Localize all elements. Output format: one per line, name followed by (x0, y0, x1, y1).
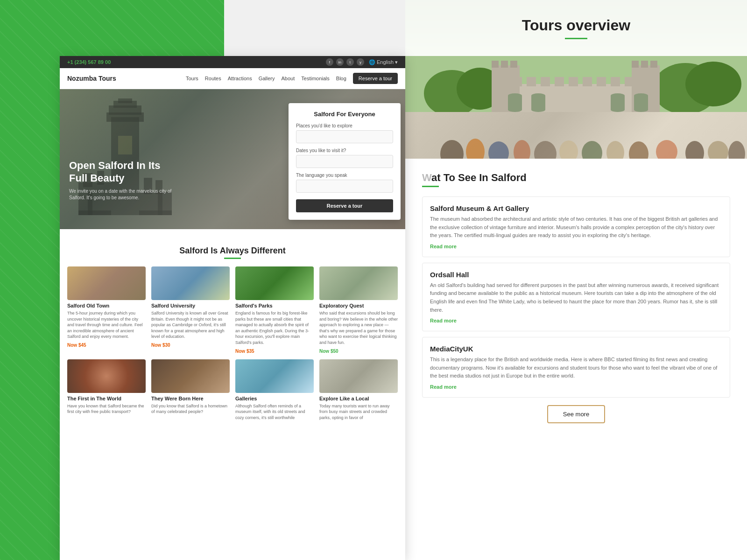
svg-rect-26 (569, 77, 578, 86)
crowd-image (405, 112, 747, 159)
svg-rect-38 (641, 61, 648, 68)
card-2-title: Salford University (151, 303, 230, 308)
twitter-icon[interactable]: t (346, 58, 354, 66)
what-underline (422, 186, 439, 187)
instagram-icon[interactable]: in (336, 58, 344, 66)
card-2-image (151, 266, 230, 300)
section1-title: Salford Is Always Different (60, 246, 405, 256)
see-more-button[interactable]: See more (547, 405, 605, 423)
attraction-3-read-more[interactable]: Read more (430, 384, 722, 390)
card-8-title: Explore Like a Local (319, 396, 398, 401)
card-1-image (67, 266, 146, 300)
website-panel: +1 (234) 567 89 00 f in t y 🌐 English ▾ … (60, 56, 405, 560)
attraction-2-title: Ordsall Hall (430, 271, 722, 279)
svg-rect-4 (118, 98, 132, 103)
attraction-1: Salford Museum & Art Gallery The museum … (422, 196, 730, 257)
svg-rect-33 (492, 61, 499, 68)
nav-about[interactable]: About (282, 76, 295, 81)
attraction-3: MediaCityUK This is a legendary place fo… (422, 337, 730, 398)
card-3-price: Now $35 (235, 349, 314, 354)
tours-underline (565, 38, 587, 39)
dates-input[interactable] (296, 155, 393, 168)
attraction-2-desc: An old Salford's building had served for… (430, 281, 722, 314)
attraction-1-desc: The museum had absorbed the architectura… (430, 215, 722, 240)
field1-label: Places you'd like to explore (296, 123, 393, 128)
svg-point-59 (728, 141, 745, 159)
nav-blog[interactable]: Blog (336, 76, 346, 81)
attraction-3-desc: This is a legendary place for the Britis… (430, 356, 722, 380)
youtube-icon[interactable]: y (357, 58, 364, 66)
places-input[interactable] (296, 130, 393, 143)
language-input[interactable] (296, 180, 393, 193)
facebook-icon[interactable]: f (326, 58, 333, 66)
form-title: Salford For Everyone (296, 111, 393, 118)
card-1-desc: The 5-hour journey during which you unco… (67, 310, 146, 340)
nav-testimonials[interactable]: Testimonials (301, 76, 330, 81)
card-1-title: Salford Old Town (67, 303, 146, 308)
svg-point-51 (534, 141, 557, 159)
section1-underline (224, 258, 241, 259)
nav-gallery[interactable]: Gallery (259, 76, 275, 81)
svg-rect-37 (632, 61, 639, 68)
svg-rect-34 (501, 61, 508, 68)
nav-tours[interactable]: Tours (186, 76, 198, 81)
svg-rect-35 (510, 61, 517, 68)
card-7-desc: Although Salford often reminds of a muse… (235, 403, 314, 421)
svg-point-52 (559, 140, 578, 159)
svg-point-56 (656, 140, 677, 159)
phone-number[interactable]: +1 (234) 567 89 00 (67, 59, 111, 65)
field3-label: The language you speak (296, 173, 393, 178)
svg-rect-23 (527, 77, 536, 86)
form-reserve-button[interactable]: Reserve a tour (296, 199, 393, 212)
card-5-title: The First in The World (67, 396, 146, 401)
hero-title: Open Salford In Its Full Beauty (69, 160, 172, 184)
card-2: Salford University Salford University is… (151, 266, 230, 354)
nav-attractions[interactable]: Attractions (228, 76, 252, 81)
right-panel: Tours overview (405, 0, 747, 560)
card-2-desc: Salford University is known all over Gre… (151, 310, 230, 340)
top-bar: +1 (234) 567 89 00 f in t y 🌐 English ▾ (60, 56, 405, 68)
attraction-2: Ordsall Hall An old Salford's building h… (422, 263, 730, 331)
card-3-title: Salford's Parks (235, 303, 314, 308)
svg-rect-45 (634, 93, 648, 112)
svg-rect-44 (611, 93, 625, 112)
card-3: Salford's Parks England is famous for it… (235, 266, 314, 354)
card-4-price: Now $50 (319, 349, 398, 354)
svg-rect-24 (541, 77, 550, 86)
svg-rect-39 (650, 61, 657, 68)
attraction-1-read-more[interactable]: Read more (430, 244, 722, 249)
svg-rect-28 (597, 77, 606, 86)
site-logo: Nozumba Tours (67, 75, 116, 82)
card-2-price: Now $30 (151, 343, 230, 348)
card-6: They Were Born Here Did you know that Sa… (151, 359, 230, 424)
card-8: Explore Like a Local Today many tourists… (319, 359, 398, 424)
svg-point-49 (488, 141, 509, 159)
social-icons: f in t y (326, 58, 364, 66)
attraction-2-read-more[interactable]: Read more (430, 318, 722, 323)
svg-point-54 (606, 141, 624, 159)
nav-routes[interactable]: Routes (205, 76, 221, 81)
card-5-desc: Have you known that Salford became the f… (67, 403, 146, 415)
top-bar-right: f in t y 🌐 English ▾ (326, 58, 398, 66)
language-selector[interactable]: 🌐 English ▾ (369, 59, 398, 65)
attraction-3-title: MediaCityUK (430, 345, 722, 353)
tours-header: Tours overview (405, 0, 747, 56)
section1: Salford Is Always Different Salford Old … (60, 229, 405, 429)
svg-point-53 (582, 141, 602, 159)
card-5-image (67, 359, 146, 393)
what-to-see-section: Wat To See In Salford Salford Museum & A… (405, 159, 747, 423)
svg-point-58 (708, 141, 728, 159)
what-title-text: at To See In Salford (431, 172, 527, 183)
card-4-image (319, 266, 398, 300)
svg-point-57 (685, 141, 704, 159)
field2-label: Dates you like to visit it? (296, 148, 393, 153)
svg-point-48 (466, 139, 485, 159)
svg-rect-43 (531, 93, 545, 112)
crowd-svg (405, 112, 747, 159)
nav-reserve-button[interactable]: Reserve a tour (353, 73, 398, 84)
hero-text-block: Open Salford In Its Full Beauty We invit… (69, 160, 172, 201)
card-3-desc: England is famous for its big forest-lik… (235, 310, 314, 346)
card-8-image (319, 359, 398, 393)
what-title: Wat To See In Salford (422, 172, 730, 184)
card-1: Salford Old Town The 5-hour journey duri… (67, 266, 146, 354)
